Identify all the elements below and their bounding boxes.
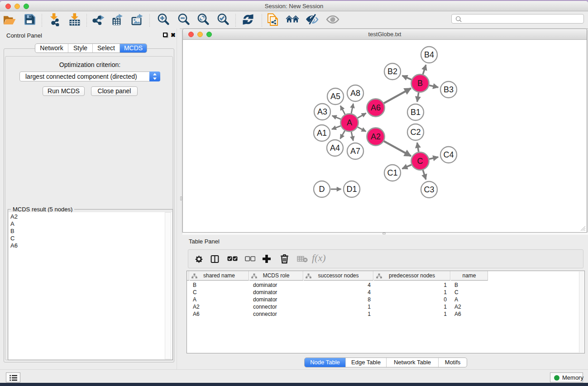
svg-text:D: D <box>319 185 325 194</box>
svg-text:B4: B4 <box>424 50 434 59</box>
svg-text:A5: A5 <box>330 92 340 101</box>
svg-text:B3: B3 <box>444 85 454 94</box>
svg-text:C1: C1 <box>387 168 397 177</box>
svg-text:A6: A6 <box>371 103 381 112</box>
svg-text:A3: A3 <box>317 107 327 116</box>
svg-text:A4: A4 <box>330 143 340 152</box>
svg-text:A8: A8 <box>350 89 360 98</box>
svg-text:A: A <box>347 118 352 127</box>
svg-text:C4: C4 <box>443 150 454 159</box>
svg-text:C: C <box>417 157 423 166</box>
svg-text:D1: D1 <box>346 185 357 194</box>
svg-text:C3: C3 <box>424 185 434 194</box>
svg-text:B: B <box>417 79 423 88</box>
svg-text:B2: B2 <box>387 67 397 76</box>
svg-text:C2: C2 <box>410 128 421 137</box>
svg-text:A1: A1 <box>317 129 327 138</box>
svg-text:A7: A7 <box>350 147 360 156</box>
svg-text:A2: A2 <box>371 132 381 141</box>
svg-text:B1: B1 <box>411 108 421 117</box>
